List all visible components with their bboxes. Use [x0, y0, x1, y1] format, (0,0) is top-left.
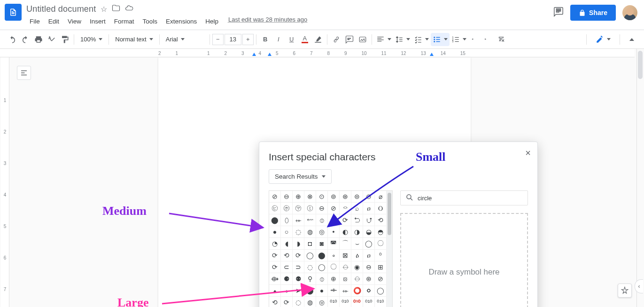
- character-cell[interactable]: ∘: [328, 250, 340, 261]
- character-cell[interactable]: ◯: [304, 250, 316, 261]
- character-cell[interactable]: ⁰¹⁰: [340, 297, 351, 307]
- character-cell[interactable]: ⬥: [269, 285, 281, 297]
- menu-extensions[interactable]: Extensions: [163, 16, 200, 27]
- horizontal-ruler[interactable]: 21123456789101112131415: [0, 49, 635, 57]
- character-cell[interactable]: ⁰: [375, 250, 387, 261]
- character-cell[interactable]: ◍: [304, 297, 316, 307]
- character-cell[interactable]: ◯: [363, 238, 375, 250]
- character-cell[interactable]: ⬳: [304, 214, 316, 226]
- character-cell[interactable]: ዐ: [363, 203, 375, 214]
- avatar[interactable]: [622, 5, 637, 20]
- docs-logo-icon[interactable]: [5, 4, 22, 21]
- character-cell[interactable]: ⦲: [328, 214, 340, 226]
- character-cell[interactable]: ⊠: [340, 250, 351, 261]
- vertical-ruler[interactable]: 123456789: [1, 57, 9, 307]
- dialog-close-button[interactable]: ×: [525, 148, 531, 158]
- vertical-scrollbar[interactable]: [636, 49, 643, 307]
- character-cell[interactable]: Ⲟ: [375, 203, 387, 214]
- bulleted-list-dropdown[interactable]: [431, 33, 450, 46]
- character-cell[interactable]: ⦵: [340, 261, 351, 273]
- character-cell[interactable]: ㋭: [281, 203, 293, 214]
- character-cell[interactable]: ⟳: [269, 250, 281, 261]
- character-cell[interactable]: ◗: [293, 238, 304, 250]
- character-cell[interactable]: ⟳: [340, 214, 351, 226]
- insert-comment-button[interactable]: [343, 33, 356, 46]
- increase-indent-button[interactable]: [481, 33, 495, 46]
- character-cell[interactable]: ⮍: [363, 214, 375, 226]
- character-cell[interactable]: ◯: [316, 261, 328, 273]
- character-cell[interactable]: ⬲: [328, 285, 340, 297]
- character-cell[interactable]: ⊝: [363, 191, 375, 203]
- character-cell[interactable]: ㋪: [269, 203, 281, 214]
- character-cell[interactable]: ⁰¹⁰: [351, 297, 363, 307]
- ruler-margin-marker[interactable]: [430, 53, 434, 56]
- character-cell[interactable]: ⊘: [269, 191, 281, 203]
- character-cell[interactable]: ⊖: [281, 191, 293, 203]
- character-cell[interactable]: ⊚: [328, 191, 340, 203]
- collapse-toolbar-button[interactable]: [625, 33, 638, 46]
- spellcheck-button[interactable]: [45, 33, 58, 46]
- comment-history-icon[interactable]: [553, 7, 564, 19]
- print-button[interactable]: [32, 33, 45, 46]
- character-cell[interactable]: ⟳: [269, 261, 281, 273]
- character-cell[interactable]: ⬤: [269, 214, 281, 226]
- insert-link-button[interactable]: [330, 33, 343, 46]
- character-cell[interactable]: ◌: [293, 297, 304, 307]
- character-cell[interactable]: ⬤: [304, 285, 316, 297]
- character-cell[interactable]: ◔: [269, 238, 281, 250]
- clear-formatting-button[interactable]: [495, 33, 508, 46]
- menu-file[interactable]: File: [26, 16, 43, 27]
- character-cell[interactable]: ⌕: [351, 203, 363, 214]
- character-cell[interactable]: ●: [269, 226, 281, 238]
- character-cell[interactable]: ⁰¹⁰: [328, 297, 340, 307]
- character-cell[interactable]: ⊙: [316, 191, 328, 203]
- line-spacing-dropdown[interactable]: [393, 33, 412, 46]
- font-size-decrease-button[interactable]: −: [212, 34, 224, 45]
- character-cell[interactable]: 〇: [375, 238, 387, 250]
- character-cell[interactable]: ⌒: [340, 238, 351, 250]
- character-cell[interactable]: ⟴: [269, 273, 281, 285]
- character-cell[interactable]: ⁰¹⁰: [375, 297, 387, 307]
- character-cell[interactable]: ◖: [281, 238, 293, 250]
- editing-mode-dropdown[interactable]: [592, 33, 614, 46]
- character-cell[interactable]: ⭕: [351, 285, 363, 297]
- menu-format[interactable]: Format: [111, 16, 138, 27]
- menu-tools[interactable]: Tools: [140, 16, 161, 27]
- character-cell[interactable]: •: [328, 226, 340, 238]
- ruler-indent-marker[interactable]: [268, 53, 272, 56]
- font-size-increase-button[interactable]: +: [242, 34, 254, 45]
- character-cell[interactable]: ⊞: [375, 261, 387, 273]
- character-cell[interactable]: ◐: [340, 226, 351, 238]
- document-outline-button[interactable]: [17, 66, 31, 80]
- character-cell[interactable]: ⊕: [293, 191, 304, 203]
- character-cell[interactable]: ◓: [375, 226, 387, 238]
- paint-format-button[interactable]: [58, 33, 71, 46]
- character-cell[interactable]: ⦶: [316, 214, 328, 226]
- font-family-dropdown[interactable]: Arial: [162, 33, 207, 46]
- character-cell[interactable]: ㋯: [304, 203, 316, 214]
- character-cell[interactable]: ⌀: [375, 191, 387, 203]
- character-cell[interactable]: ○: [281, 226, 293, 238]
- character-cell[interactable]: ⊗: [304, 191, 316, 203]
- draw-symbol-box[interactable]: Draw a symbol here: [400, 213, 528, 307]
- side-panel-toggle[interactable]: ‹: [635, 279, 643, 293]
- character-cell[interactable]: ⟲: [281, 250, 293, 261]
- menu-edit[interactable]: Edit: [45, 16, 62, 27]
- checklist-dropdown[interactable]: [412, 33, 431, 46]
- character-cell[interactable]: ⬤: [316, 250, 328, 261]
- character-cell[interactable]: ◒: [363, 226, 375, 238]
- character-cell[interactable]: ⟲: [269, 297, 281, 307]
- character-cell[interactable]: ◌: [304, 261, 316, 273]
- character-cell[interactable]: ⊘: [328, 203, 340, 214]
- character-cell[interactable]: 〇: [328, 261, 340, 273]
- character-cell[interactable]: ◑: [351, 226, 363, 238]
- menu-help[interactable]: Help: [202, 16, 222, 27]
- character-cell[interactable]: ⌔: [340, 203, 351, 214]
- character-cell[interactable]: ⊛: [340, 191, 351, 203]
- category-dropdown[interactable]: Search Results: [269, 169, 332, 184]
- character-cell[interactable]: ዐ: [363, 250, 375, 261]
- character-cell[interactable]: ➤: [293, 285, 304, 297]
- character-cell[interactable]: ⊂: [281, 261, 293, 273]
- character-cell[interactable]: ⭘: [363, 285, 375, 297]
- character-cell[interactable]: ⬰: [293, 214, 304, 226]
